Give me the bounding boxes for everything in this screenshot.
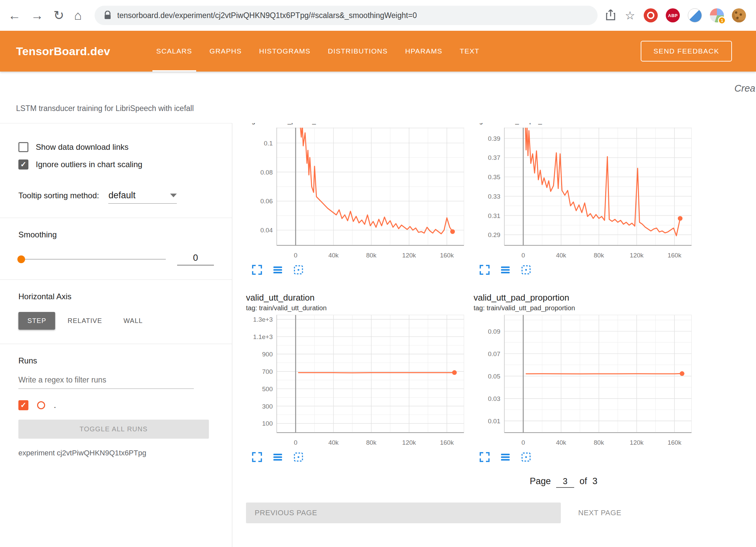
svg-text:0.29: 0.29	[488, 231, 500, 238]
tab-hparams[interactable]: HPARAMS	[396, 31, 451, 72]
share-icon[interactable]	[605, 8, 616, 22]
svg-text:40k: 40k	[556, 439, 566, 446]
tab-scalars[interactable]: SCALARS	[148, 31, 201, 72]
chart-title: valid_utt_pad_proportion	[474, 291, 694, 303]
divider	[0, 344, 232, 344]
page-of-label: of	[580, 476, 587, 486]
forward-icon[interactable]: →	[31, 9, 43, 22]
tooltip-sort-select[interactable]: default	[108, 190, 177, 204]
svg-text:1.1e+3: 1.1e+3	[253, 333, 273, 340]
chart-plot-valid_pruned_loss[interactable]: 0.040.060.080.1040k80k120k160k	[246, 126, 467, 263]
tab-distributions[interactable]: DISTRIBUTIONS	[319, 31, 396, 72]
axis-relative-button[interactable]: RELATIVE	[58, 312, 111, 330]
tensorboard-logo[interactable]: TensorBoard.dev	[16, 45, 110, 58]
runs-selector-icon[interactable]	[500, 451, 511, 463]
svg-text:0: 0	[294, 439, 297, 446]
fit-domain-icon[interactable]	[293, 264, 304, 276]
runs-selector-icon[interactable]	[272, 451, 283, 463]
smoothing-value-input[interactable]: 0	[177, 253, 214, 265]
expand-chart-icon[interactable]	[251, 451, 263, 463]
cookie-extension-icon[interactable]	[732, 8, 746, 22]
svg-text:0.39: 0.39	[488, 135, 500, 142]
expand-chart-icon[interactable]	[479, 451, 490, 463]
fit-domain-icon[interactable]	[520, 264, 532, 276]
run-name: .	[54, 401, 56, 410]
svg-text:120k: 120k	[630, 252, 644, 259]
svg-text:40k: 40k	[328, 439, 339, 446]
expand-chart-icon[interactable]	[251, 264, 263, 276]
runs-selector-icon[interactable]	[500, 264, 511, 276]
home-icon[interactable]: ⌂	[74, 9, 82, 22]
chart-tag: tag: train/valid_utt_duration	[246, 303, 467, 313]
svg-text:80k: 80k	[366, 439, 377, 446]
fit-domain-icon[interactable]	[520, 451, 532, 463]
svg-text:900: 900	[262, 351, 273, 358]
svg-text:0.07: 0.07	[488, 350, 500, 357]
svg-text:0.01: 0.01	[488, 418, 500, 425]
run-row[interactable]: .	[18, 400, 219, 410]
previous-page-button[interactable]: PREVIOUS PAGE	[246, 503, 561, 523]
svg-text:120k: 120k	[402, 252, 416, 259]
pagination: Page 3 of 3	[530, 476, 756, 488]
chart-plot-valid_simple_loss[interactable]: 0.290.310.330.350.370.39040k80k120k160k	[474, 126, 694, 263]
expand-chart-icon[interactable]	[479, 264, 490, 276]
svg-text:0.04: 0.04	[260, 227, 273, 234]
chart-toolbar	[251, 264, 467, 276]
show-download-links-row[interactable]: Show data download links	[18, 142, 219, 152]
page-total: 3	[593, 476, 598, 486]
chart-tag: tag: train/valid_utt_pad_proportion	[474, 303, 694, 313]
ignore-outliers-row[interactable]: Ignore outliers in chart scaling	[18, 159, 219, 170]
chart-toolbar	[479, 264, 694, 276]
divider	[0, 218, 232, 218]
run-color-ring-icon[interactable]	[37, 401, 45, 409]
back-icon[interactable]: ←	[8, 9, 21, 22]
svg-text:0: 0	[521, 252, 525, 259]
svg-text:80k: 80k	[594, 439, 604, 446]
chart-title: valid_utt_duration	[246, 291, 467, 303]
tab-histograms[interactable]: HISTOGRAMS	[250, 31, 319, 72]
chart-plot-valid_utt_duration[interactable]: 1003005007009001.1e+31.3e+3040k80k120k16…	[246, 313, 467, 451]
experiment-subheader: Crea LSTM transducer training for LibriS…	[0, 72, 756, 123]
send-feedback-button[interactable]: SEND FEEDBACK	[641, 41, 732, 62]
horizontal-axis-label: Horizontal Axis	[18, 292, 219, 301]
ignore-outliers-label: Ignore outliers in chart scaling	[36, 160, 142, 169]
blue-extension-icon[interactable]	[688, 8, 702, 22]
svg-text:80k: 80k	[366, 252, 377, 259]
svg-text:0.1: 0.1	[264, 140, 273, 147]
fit-domain-icon[interactable]	[293, 451, 304, 463]
runs-filter-input[interactable]	[18, 375, 194, 389]
abp-extension-icon[interactable]: ABP	[666, 8, 680, 22]
tab-graphs[interactable]: GRAPHS	[201, 31, 251, 72]
svg-text:0: 0	[294, 252, 297, 259]
svg-text:0.06: 0.06	[260, 198, 273, 205]
reload-icon[interactable]: ↻	[53, 9, 64, 22]
axis-wall-button[interactable]: WALL	[114, 312, 152, 330]
checkbox-checked-icon	[18, 159, 28, 170]
bookmark-star-icon[interactable]: ☆	[625, 10, 635, 21]
divider	[0, 280, 232, 280]
slider-thumb[interactable]	[17, 255, 25, 263]
url-text: tensorboard.dev/experiment/cj2vtPiwQHKN9…	[117, 11, 417, 20]
adblock-extension-icon[interactable]	[644, 8, 658, 22]
chart-card-valid_pruned_loss: tag: train/valid_pruned_loss0.040.060.08…	[246, 123, 467, 276]
run-checkbox-icon[interactable]	[18, 400, 28, 410]
svg-text:0.09: 0.09	[488, 328, 500, 335]
next-page-button[interactable]: NEXT PAGE	[578, 509, 621, 517]
page-number-input[interactable]: 3	[556, 476, 574, 488]
profile-avatar[interactable]: 1	[710, 8, 724, 22]
runs-selector-icon[interactable]	[272, 264, 283, 276]
toggle-all-runs-button[interactable]: TOGGLE ALL RUNS	[18, 420, 209, 439]
chart-plot-valid_utt_pad_proportion[interactable]: 0.010.030.050.070.09040k80k120k160k	[474, 313, 694, 451]
address-bar[interactable]: tensorboard.dev/experiment/cj2vtPiwQHKN9…	[95, 6, 598, 25]
svg-text:0.08: 0.08	[260, 169, 273, 176]
experiment-id-label: experiment cj2vtPiwQHKN9Q1tx6PTpg	[18, 449, 219, 457]
tooltip-sort-label: Tooltip sorting method:	[18, 191, 99, 200]
browser-toolbar: ← → ↻ ⌂ tensorboard.dev/experiment/cj2vt…	[0, 0, 756, 31]
tab-text[interactable]: TEXT	[451, 31, 488, 72]
svg-text:100: 100	[262, 420, 273, 427]
svg-text:160k: 160k	[667, 439, 681, 446]
axis-step-button[interactable]: STEP	[18, 312, 55, 330]
extensions-group: ABP 1	[644, 8, 746, 22]
smoothing-slider[interactable]	[18, 259, 166, 260]
tensorboard-header: TensorBoard.dev SCALARS GRAPHS HISTOGRAM…	[0, 31, 756, 72]
